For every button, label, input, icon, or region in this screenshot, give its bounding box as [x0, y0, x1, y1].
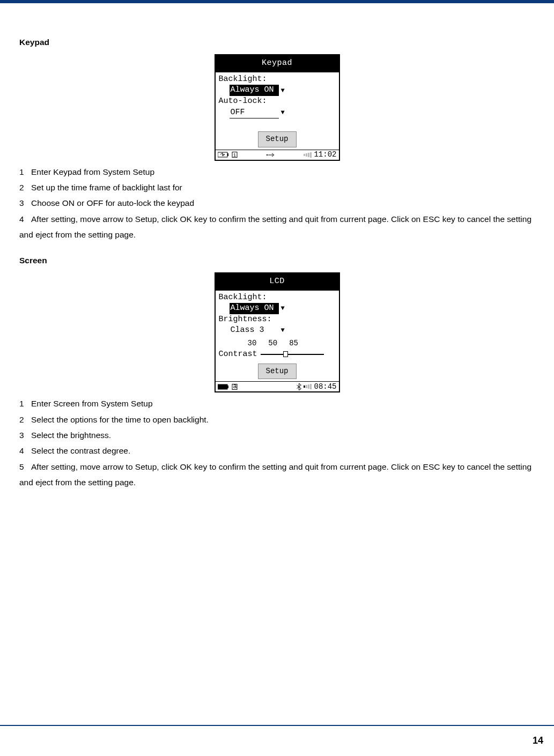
status-time: 11:02: [314, 147, 336, 162]
backlight-combo[interactable]: Always ON ▼: [230, 85, 285, 96]
step-text: Set up the time frame of backlight last …: [31, 183, 182, 192]
step-text: Select the options for the time to open …: [31, 415, 209, 424]
setup-button[interactable]: Setup: [258, 364, 297, 380]
brightness-combo[interactable]: Class 3 ▼: [230, 325, 285, 336]
input-mode-label: a: [233, 381, 237, 393]
step-text: Choose ON or OFF for auto-lock the keypa…: [31, 198, 194, 207]
step-num: 3: [19, 195, 31, 211]
backlight-label: Backlight:: [219, 292, 336, 303]
autolock-combo[interactable]: OFF ▼: [230, 107, 285, 118]
step-text: Enter Screen from System Setup: [31, 399, 153, 408]
battery-charging-icon: [218, 152, 230, 158]
chevron-down-icon: ▼: [281, 108, 285, 117]
slider-thumb[interactable]: [283, 351, 288, 357]
sim-1-icon: 1: [232, 152, 238, 158]
svg-text:1: 1: [233, 153, 235, 158]
step-num: 3: [19, 427, 31, 443]
lcd-title: LCD: [216, 273, 339, 291]
screen-steps: 1Enter Screen from System Setup 2Select …: [19, 396, 535, 491]
backlight-value: Always ON: [230, 85, 279, 96]
keypad-steps: 1Enter Keypad from System Setup 2Set up …: [19, 164, 535, 243]
step-num: 1: [19, 164, 31, 180]
step-num: 2: [19, 180, 31, 195]
step-num: 1: [19, 396, 31, 411]
step-num: 4: [19, 443, 31, 458]
autolock-label: Auto-lock:: [219, 96, 336, 107]
figure-screen: LCD Backlight: Always ON ▼ Brightness: C…: [19, 272, 535, 392]
tick-label: 85: [289, 336, 298, 351]
svg-point-4: [267, 154, 268, 155]
chevron-down-icon: ▼: [281, 304, 285, 313]
signal-icon: [304, 384, 312, 389]
sync-icon: [265, 152, 275, 158]
step-num: 5: [19, 459, 31, 475]
figure-keypad: Keypad Backlight: Always ON ▼ Auto-lock:…: [19, 54, 535, 160]
page-number: 14: [533, 735, 543, 746]
contrast-slider[interactable]: [261, 354, 324, 355]
backlight-combo[interactable]: Always ON ▼: [230, 303, 285, 314]
setup-button[interactable]: Setup: [258, 131, 297, 147]
step-num: 4: [19, 211, 31, 227]
backlight-value: Always ON: [230, 303, 279, 314]
section-heading-keypad: Keypad: [19, 34, 535, 50]
chevron-down-icon: ▼: [281, 326, 285, 335]
autolock-value: OFF: [230, 107, 279, 118]
step-text: Select the contrast degree.: [31, 446, 130, 455]
bluetooth-icon: [297, 383, 301, 390]
contrast-label: Contrast: [219, 349, 257, 360]
signal-icon: [304, 152, 312, 158]
footer-rule: [0, 725, 554, 726]
status-time: 08:45: [314, 380, 336, 394]
chevron-down-icon: ▼: [281, 86, 285, 95]
step-text: After setting, move arrow to Setup, clic…: [19, 462, 531, 487]
brightness-label: Brightness:: [219, 314, 336, 325]
tick-label: 50: [268, 336, 277, 351]
step-text: Enter Keypad from System Setup: [31, 167, 154, 176]
svg-rect-5: [218, 384, 227, 389]
step-num: 2: [19, 412, 31, 427]
svg-rect-1: [227, 153, 228, 156]
svg-rect-6: [227, 386, 228, 388]
step-text: Select the brightness.: [31, 431, 111, 440]
contrast-ticks: 30 50 85: [248, 336, 336, 351]
step-text: After setting, move arrow to Setup, clic…: [19, 214, 531, 239]
header-rule: [0, 0, 554, 3]
battery-full-icon: [218, 384, 230, 390]
section-heading-screen: Screen: [19, 253, 535, 268]
lcd-title: Keypad: [216, 55, 339, 72]
tick-label: 30: [248, 336, 257, 351]
backlight-label: Backlight:: [219, 74, 336, 85]
brightness-value: Class 3: [230, 325, 279, 336]
